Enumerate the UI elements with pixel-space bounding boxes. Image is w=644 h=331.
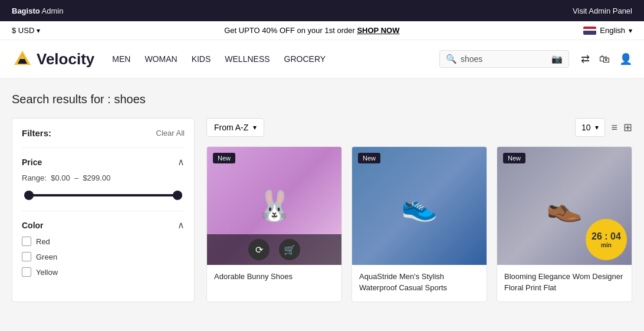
- list-view-icon[interactable]: ≡: [611, 122, 617, 134]
- currency-value: $ USD: [12, 26, 34, 35]
- product-info-0: Adorable Bunny Shoes: [207, 265, 341, 290]
- color-option-red[interactable]: Red: [22, 237, 185, 246]
- price-range-slider[interactable]: [24, 189, 182, 201]
- nav-men[interactable]: MEN: [112, 54, 130, 64]
- product-card-1: 👟 New AquaStride Men's Stylish Waterproo…: [351, 146, 487, 302]
- visit-admin-link[interactable]: Visit Admin Panel: [573, 6, 632, 15]
- product-name-0: Adorable Bunny Shoes: [214, 272, 293, 281]
- nav-wellness[interactable]: WELLNESS: [225, 54, 270, 64]
- color-label-yellow: Yellow: [36, 268, 58, 277]
- shop-now-link[interactable]: SHOP NOW: [357, 26, 399, 35]
- camera-icon[interactable]: 📷: [551, 54, 563, 64]
- color-checkbox-green[interactable]: [22, 252, 31, 261]
- compare-icon[interactable]: ⇄: [581, 53, 590, 65]
- product-info-1: AquaStride Men's Stylish Waterproof Casu…: [352, 265, 487, 301]
- per-page-value: 10: [581, 123, 591, 132]
- product-card-0: 🐰 New ⟳ 🛒 Adorable Bunny Shoes: [206, 146, 342, 302]
- sort-label: From A-Z: [214, 123, 248, 132]
- sort-right: 10 ▾ ≡ ⊞: [575, 118, 632, 137]
- price-range-text: Range: $0.00 – $299.00: [22, 173, 185, 182]
- nav-kids[interactable]: KIDS: [192, 54, 211, 64]
- product-timer: 26 : 04 min: [586, 219, 627, 260]
- products-area: From A-Z ▾ 10 ▾ ≡ ⊞: [206, 118, 632, 302]
- language-chevron-icon: ▾: [629, 27, 632, 35]
- product-info-2: Blooming Elegance Wom Designer Floral Pr…: [497, 265, 632, 301]
- logo-link[interactable]: Velocity: [12, 48, 94, 70]
- search-icon: 🔍: [446, 54, 457, 64]
- grid-view-icon[interactable]: ⊞: [623, 121, 632, 134]
- color-filter: Color ∧ Red Green Yellow: [22, 211, 185, 277]
- color-label-green: Green: [36, 253, 57, 261]
- product-card-actions-0: ⟳ 🛒: [207, 234, 341, 265]
- price-filter-header: Price ∧: [22, 156, 185, 168]
- logo-text: Velocity: [37, 50, 94, 68]
- color-collapse-icon[interactable]: ∧: [178, 219, 185, 231]
- search-title: Search results for : shoes: [12, 93, 632, 106]
- product-image-0: 🐰 New ⟳ 🛒: [207, 147, 341, 265]
- color-checkbox-yellow[interactable]: [22, 267, 31, 277]
- account-icon[interactable]: 👤: [619, 53, 632, 65]
- product-image-2: 👞 New 26 : 04 min: [497, 147, 632, 265]
- page-content: Search results for : shoes Filters: Clea…: [0, 78, 644, 316]
- product-image-1: 👟 New: [352, 147, 487, 265]
- search-bar: 🔍 📷: [439, 50, 569, 68]
- us-flag-icon: [583, 27, 596, 35]
- sidebar: Filters: Clear All Price ∧ Range: $0.00 …: [12, 118, 195, 302]
- search-input[interactable]: [461, 54, 548, 64]
- quick-view-btn-0[interactable]: ⟳: [248, 239, 270, 260]
- product-badge-2: New: [503, 153, 525, 163]
- nav-woman[interactable]: WOMAN: [144, 54, 177, 64]
- price-min: $0.00: [51, 173, 70, 182]
- price-filter: Price ∧ Range: $0.00 – $299.00: [22, 148, 185, 201]
- slider-thumb-min[interactable]: [24, 191, 34, 200]
- timer-unit: min: [601, 242, 612, 248]
- language-value: English: [600, 26, 625, 35]
- price-max: $299.00: [83, 173, 110, 182]
- cart-icon[interactable]: 🛍: [599, 53, 610, 65]
- filters-title: Filters:: [22, 128, 51, 138]
- product-badge-0: New: [213, 153, 235, 163]
- sort-bar: From A-Z ▾ 10 ▾ ≡ ⊞: [206, 118, 632, 137]
- header-icons: ⇄ 🛍 👤: [581, 53, 632, 65]
- per-page-select[interactable]: 10 ▾: [575, 118, 606, 137]
- language-selector[interactable]: English ▾: [583, 26, 632, 35]
- color-option-green[interactable]: Green: [22, 252, 185, 261]
- timer-time: 26 : 04: [592, 231, 621, 242]
- header: Velocity MEN WOMAN KIDS WELLNESS GROCERY…: [0, 40, 644, 78]
- product-name-2: Blooming Elegance Wom Designer Floral Pr…: [504, 272, 623, 292]
- clear-all-link[interactable]: Clear All: [156, 129, 185, 137]
- color-label-red: Red: [36, 237, 50, 246]
- filters-header: Filters: Clear All: [22, 128, 185, 138]
- sort-select[interactable]: From A-Z ▾: [206, 118, 264, 137]
- add-to-cart-btn-0[interactable]: 🛒: [279, 239, 300, 260]
- product-grid: 🐰 New ⟳ 🛒 Adorable Bunny Shoes: [206, 146, 632, 302]
- product-card-2: 👞 New 26 : 04 min Blooming Elegance Wom …: [497, 146, 632, 302]
- color-checkbox-red[interactable]: [22, 237, 31, 246]
- brand-label: Bagisto Admin: [12, 6, 63, 15]
- promo-text: Get UPTO 40% OFF on your 1st order SHOP …: [40, 26, 583, 35]
- per-page-chevron-icon: ▾: [595, 123, 599, 132]
- product-badge-1: New: [358, 153, 380, 163]
- promo-bar: $ USD ▾ Get UPTO 40% OFF on your 1st ord…: [0, 21, 644, 40]
- color-filter-title: Color: [22, 221, 44, 230]
- main-nav: MEN WOMAN KIDS WELLNESS GROCERY: [112, 54, 428, 64]
- product-image-bg-1: 👟: [352, 147, 487, 265]
- nav-grocery[interactable]: GROCERY: [284, 54, 326, 64]
- product-name-1: AquaStride Men's Stylish Waterproof Casu…: [359, 272, 447, 292]
- main-layout: Filters: Clear All Price ∧ Range: $0.00 …: [12, 118, 632, 302]
- logo-icon: [12, 48, 33, 70]
- slider-track: [24, 194, 182, 196]
- price-collapse-icon[interactable]: ∧: [178, 156, 185, 168]
- admin-bar: Bagisto Admin Visit Admin Panel: [0, 0, 644, 21]
- sort-chevron-icon: ▾: [253, 123, 257, 132]
- color-option-yellow[interactable]: Yellow: [22, 267, 185, 277]
- color-filter-header: Color ∧: [22, 219, 185, 231]
- slider-thumb-max[interactable]: [173, 191, 182, 200]
- price-filter-title: Price: [22, 158, 42, 167]
- currency-selector[interactable]: $ USD ▾: [12, 26, 40, 35]
